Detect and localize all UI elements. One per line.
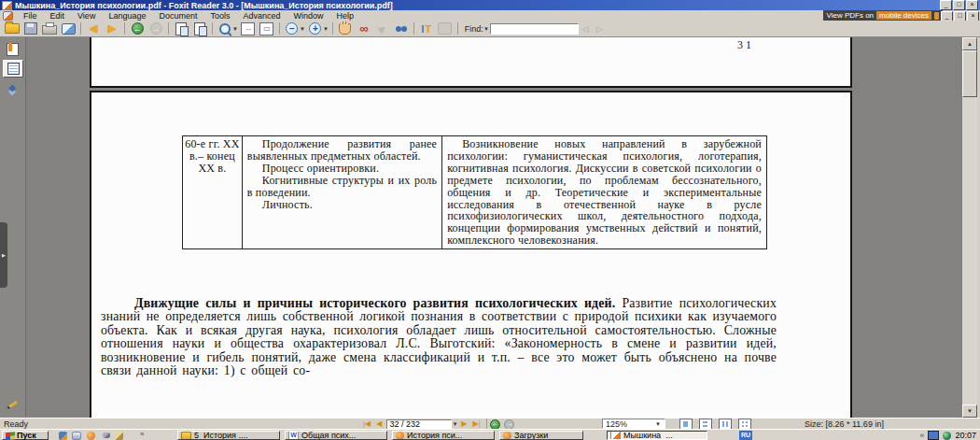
pages-icon xyxy=(7,63,20,75)
menu-advanced[interactable]: Advanced xyxy=(236,11,287,21)
table-cell-period: 60-е гг. ХХ в.– конец ХХ в. xyxy=(183,136,242,248)
previous-view-icon[interactable]: ← xyxy=(490,419,500,430)
taskbar-window-downloads[interactable]: Загрузки xyxy=(499,431,583,440)
pencil-icon xyxy=(7,401,18,409)
clipboard-button[interactable] xyxy=(190,21,209,36)
menu-edit[interactable]: Edit xyxy=(44,11,72,21)
close-button[interactable]: × xyxy=(966,0,978,10)
fit-page-button[interactable]: ▭ xyxy=(258,21,276,36)
scroll-up-button[interactable]: ▲ xyxy=(962,37,977,50)
menu-file[interactable]: File xyxy=(17,11,44,21)
title-bar[interactable]: Мышкина_История психологии.pdf - Foxit R… xyxy=(0,0,980,10)
taskbar-window-folder[interactable]: 5_История .... xyxy=(177,431,280,440)
previous-page-button[interactable]: ◀ xyxy=(84,21,103,36)
quick-launch-item[interactable] xyxy=(58,431,68,440)
foxit-icon xyxy=(610,431,621,440)
menu-tools[interactable]: Tools xyxy=(203,11,236,21)
panel-grab-handle[interactable]: ▶ xyxy=(0,222,7,288)
topics-paragraph: Личность. xyxy=(247,199,437,211)
email-button[interactable] xyxy=(59,21,77,36)
scroll-down-button[interactable]: ▼ xyxy=(962,405,977,418)
zoom-level-box[interactable]: 125% ▼ xyxy=(602,419,665,429)
quick-launch-item[interactable] xyxy=(86,431,96,440)
menu-view[interactable]: View xyxy=(71,11,102,21)
taskbar-window-label: 5_История .... xyxy=(194,431,247,440)
bookmarks-panel-button[interactable] xyxy=(3,41,21,57)
select-tool-button[interactable] xyxy=(373,21,392,36)
typewriter-button[interactable] xyxy=(436,21,455,36)
fit-width-icon: ↔ xyxy=(241,22,255,35)
taskbar-window-word[interactable]: W Общая псих... xyxy=(285,431,387,440)
topics-paragraph: Когнитивные структуры и их роль в поведе… xyxy=(247,175,437,199)
phone-icon xyxy=(934,12,939,20)
mobile-ad-banner[interactable]: View PDFs on mobile devices xyxy=(823,10,943,21)
toolbar-separator xyxy=(212,22,213,35)
tray-collapse-icon[interactable]: « xyxy=(919,431,924,440)
next-page-icon: ▶ xyxy=(108,23,116,34)
hand-tool-button[interactable] xyxy=(336,21,355,36)
last-page-icon[interactable]: ▶| xyxy=(473,419,481,429)
quick-launch-item[interactable] xyxy=(114,431,124,440)
pdf-page-current: 60-е гг. ХХ в.– конец ХХ в. Продолжение … xyxy=(90,91,852,418)
find-dropdown[interactable]: ▼ xyxy=(483,26,489,32)
taskbar-window-label: Мышкина_... xyxy=(623,431,673,440)
fit-width-button[interactable]: ↔ xyxy=(239,21,258,36)
document-menu-icon[interactable] xyxy=(3,11,13,21)
zoom-in-button[interactable]: + xyxy=(306,21,325,36)
zoom-in-icon: + xyxy=(309,22,321,35)
scrollbar-thumb[interactable] xyxy=(962,50,977,97)
previous-page-icon[interactable]: ◀ xyxy=(376,419,382,429)
page-dropdown[interactable]: ▼ xyxy=(452,421,457,427)
table-cell-topics: Продолжение развития ранее выявленных пр… xyxy=(242,136,441,248)
restore-button[interactable]: □ xyxy=(953,0,965,10)
menu-window[interactable]: Window xyxy=(287,11,330,21)
taskbar-window-foxit[interactable]: Мышкина_... xyxy=(607,431,707,440)
toolbar-separator xyxy=(457,22,458,35)
find-previous-icon[interactable]: ◁ xyxy=(582,24,589,34)
print-button[interactable] xyxy=(40,21,59,36)
search-button[interactable] xyxy=(392,21,411,36)
minimize-button[interactable]: _ xyxy=(940,0,952,10)
page-number-input[interactable] xyxy=(386,419,452,430)
next-page-button[interactable]: ▶ xyxy=(103,21,121,36)
zoom-tool-button[interactable] xyxy=(216,21,234,36)
zoom-level-dropdown[interactable]: ▼ xyxy=(655,421,661,427)
find-input[interactable] xyxy=(490,23,579,35)
quick-launch-overflow[interactable]: » xyxy=(140,430,144,438)
quick-launch-item[interactable] xyxy=(101,431,111,440)
zoom-out-button[interactable]: − xyxy=(283,21,301,36)
first-page-icon[interactable]: |◀ xyxy=(363,419,371,429)
snapshot-button[interactable] xyxy=(172,21,190,36)
layers-panel-button[interactable]: ◆ xyxy=(3,79,21,95)
save-button[interactable] xyxy=(21,21,40,36)
vertical-scrollbar[interactable]: ▲ ▼ xyxy=(962,37,977,418)
toolbar-separator xyxy=(168,22,169,35)
pages-panel-button[interactable] xyxy=(3,60,23,78)
quick-launch-item[interactable] xyxy=(71,431,81,440)
previous-view-button[interactable]: ← xyxy=(128,21,147,36)
next-view-icon[interactable]: → xyxy=(504,419,514,430)
quick-launch-icon xyxy=(103,433,110,438)
body-paragraph: Движущие силы и причины исторического ра… xyxy=(101,297,777,377)
language-indicator[interactable]: RU xyxy=(739,431,752,440)
select-text-button[interactable]: T xyxy=(417,21,436,36)
menu-help[interactable]: Help xyxy=(330,11,361,21)
comments-panel-button[interactable] xyxy=(3,397,21,413)
zoom-out-icon: − xyxy=(286,22,298,35)
start-button[interactable]: Пуск xyxy=(2,431,49,440)
loupe-tool-button[interactable]: ∞ xyxy=(355,21,373,36)
next-page-icon[interactable]: ▶ xyxy=(461,419,467,429)
firefox-icon xyxy=(87,432,95,440)
taskbar-window-browser[interactable]: История пси... xyxy=(392,431,495,440)
find-next-icon[interactable]: ▷ xyxy=(596,24,603,34)
next-view-button[interactable]: → xyxy=(147,21,165,36)
updates-tray-icon[interactable] xyxy=(943,432,951,440)
toolbar-separator xyxy=(80,22,81,35)
typewriter-icon xyxy=(438,22,452,35)
document-area: ◆ 31 60-е гг. ХХ в.– конец ХХ в. Продолж… xyxy=(0,37,980,418)
toolbar-separator xyxy=(279,22,280,35)
menu-language[interactable]: Language xyxy=(102,11,152,21)
network-tray-icon[interactable] xyxy=(928,431,939,440)
menu-document[interactable]: Document xyxy=(152,11,203,21)
open-button[interactable] xyxy=(3,21,21,36)
